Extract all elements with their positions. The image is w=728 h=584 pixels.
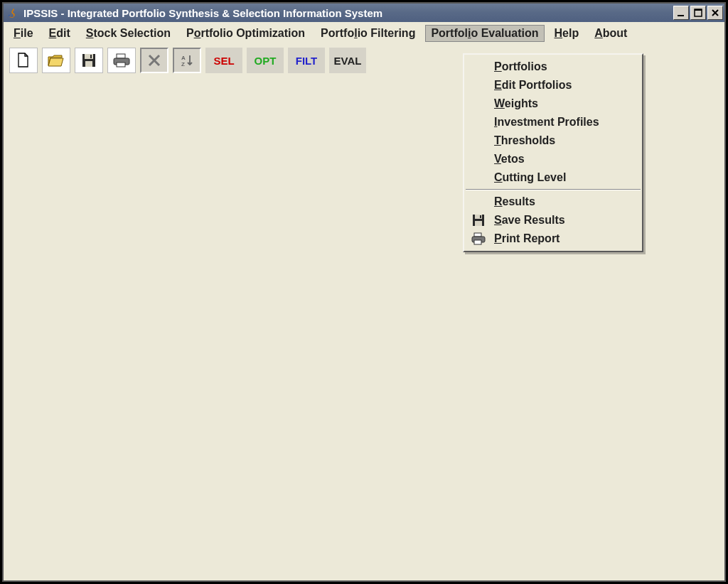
menu-file[interactable]: File	[8, 25, 39, 42]
menu-item-cutting-level[interactable]: Cutting Level	[464, 168, 642, 187]
menu-portfolio-optimization[interactable]: Portfolio Optimization	[181, 25, 311, 42]
menu-about[interactable]: About	[589, 25, 633, 42]
new-button[interactable]	[9, 48, 38, 73]
sort-az-icon: AZ	[180, 53, 194, 67]
svg-rect-9	[117, 63, 125, 67]
x-icon	[148, 54, 161, 67]
svg-rect-18	[474, 240, 481, 244]
svg-rect-14	[480, 215, 481, 218]
menu-stock-selection[interactable]: Stock Selection	[80, 25, 176, 42]
menu-help[interactable]: Help	[549, 25, 585, 42]
svg-rect-2	[695, 9, 702, 11]
menu-item-vetos[interactable]: Vetos	[464, 150, 642, 168]
save-disk-icon	[82, 53, 96, 67]
application-window: IPSSIS - Integrated Portfolio Synthesis …	[2, 2, 726, 582]
print-button[interactable]	[107, 48, 136, 73]
menu-item-results[interactable]: Results	[464, 193, 642, 211]
printer-icon	[113, 53, 130, 67]
titlebar: IPSSIS - Integrated Portfolio Synthesis …	[4, 4, 724, 22]
java-app-icon	[6, 6, 19, 19]
opt-button[interactable]: OPT	[247, 48, 284, 73]
maximize-button[interactable]	[690, 6, 706, 20]
svg-rect-4	[85, 54, 93, 59]
printer-icon	[470, 232, 487, 245]
sort-button-disabled: AZ	[173, 48, 201, 73]
menu-item-investment-profiles[interactable]: Investment Profiles	[464, 113, 642, 131]
svg-rect-5	[90, 55, 92, 58]
delete-button-disabled	[140, 48, 168, 73]
menu-portfolio-evaluation[interactable]: Portfolio Evaluation	[425, 25, 544, 42]
svg-rect-6	[85, 61, 92, 67]
menu-portfolio-filtering[interactable]: Portfolio Filtering	[315, 25, 421, 42]
menu-item-weights[interactable]: Weights	[464, 94, 642, 113]
filt-button[interactable]: FILT	[288, 48, 325, 73]
menu-item-print-report[interactable]: Print Report	[464, 229, 642, 248]
menu-separator	[466, 189, 641, 190]
menu-item-edit-portfolios[interactable]: Edit Portfolios	[464, 76, 642, 94]
close-button[interactable]	[707, 6, 723, 20]
save-disk-icon	[470, 214, 487, 227]
portfolio-evaluation-dropdown: Portfolios Edit Portfolios Weights Inves…	[463, 53, 643, 252]
menu-edit[interactable]: Edit	[43, 25, 76, 42]
eval-button[interactable]: EVAL	[329, 48, 366, 73]
menu-item-save-results[interactable]: Save Results	[464, 211, 642, 229]
sel-button[interactable]: SEL	[205, 48, 242, 73]
open-folder-icon	[48, 53, 65, 67]
window-buttons	[672, 6, 723, 20]
svg-rect-0	[678, 15, 684, 16]
svg-rect-15	[475, 221, 482, 226]
svg-rect-7	[117, 54, 125, 58]
new-file-icon	[16, 53, 31, 68]
minimize-button[interactable]	[673, 6, 689, 20]
open-button[interactable]	[42, 48, 70, 73]
svg-text:A: A	[181, 55, 186, 61]
menu-item-thresholds[interactable]: Thresholds	[464, 131, 642, 150]
svg-text:Z: Z	[181, 61, 185, 67]
save-button[interactable]	[75, 48, 103, 73]
window-title: IPSSIS - Integrated Portfolio Synthesis …	[23, 7, 672, 19]
svg-rect-16	[474, 233, 481, 237]
menubar: File Edit Stock Selection Portfolio Opti…	[4, 22, 724, 45]
menu-item-portfolios[interactable]: Portfolios	[464, 58, 642, 76]
